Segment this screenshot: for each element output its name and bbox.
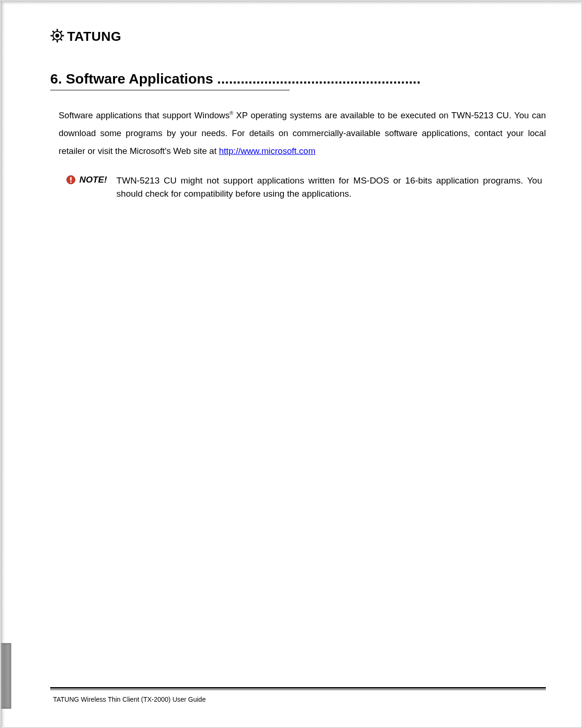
footer-rule-thick [50, 687, 546, 689]
binder-tab [1, 643, 11, 709]
page-footer: TATUNG Wireless Thin Client (TX-2000) Us… [50, 682, 546, 703]
svg-point-12 [70, 181, 71, 183]
note-label: NOTE! [79, 175, 107, 185]
shadow-top [1, 1, 581, 5]
microsoft-link[interactable]: http://www.microsoft.com [219, 146, 315, 156]
shadow-left [1, 1, 5, 727]
page-frame: TATUNG 6. Software Applications ........… [0, 0, 582, 728]
intro-paragraph: Software applications that support Windo… [59, 107, 546, 160]
note-body: TWN-5213 CU might not support applicatio… [116, 174, 542, 201]
registered-mark: ® [230, 111, 233, 116]
tatung-gear-icon [50, 29, 64, 45]
footer-rule-thin [50, 690, 546, 690]
svg-rect-11 [70, 177, 72, 181]
alert-icon [66, 175, 76, 184]
brand-logo: TATUNG [50, 29, 546, 45]
heading-underline [50, 90, 290, 91]
note-block: NOTE! TWN-5213 CU might not support appl… [66, 174, 542, 201]
paragraph-text-pre: Software applications that support Windo… [59, 110, 230, 120]
page-content: TATUNG 6. Software Applications ........… [14, 6, 576, 722]
footer-text: TATUNG Wireless Thin Client (TX-2000) Us… [53, 696, 546, 703]
svg-point-0 [55, 34, 59, 38]
section-heading: 6. Software Applications ...............… [50, 71, 546, 87]
brand-name: TATUNG [67, 29, 122, 44]
